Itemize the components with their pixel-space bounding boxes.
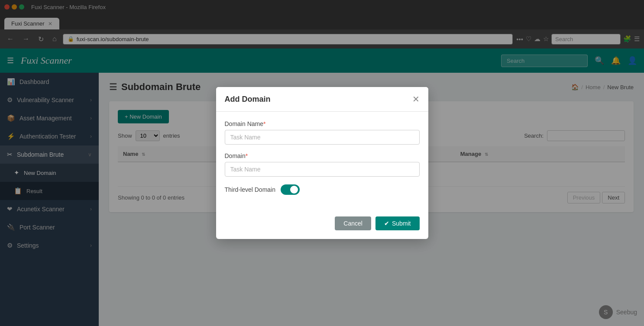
domain-name-group: Domain Name* xyxy=(225,120,420,145)
domain-name-label: Domain Name* xyxy=(225,120,420,127)
modal-footer: Cancel ✔ Submit xyxy=(216,211,428,239)
modal-close-button[interactable]: ✕ xyxy=(412,94,420,104)
domain-input[interactable] xyxy=(225,162,420,177)
third-level-group: Third-level Domain xyxy=(225,184,420,195)
submit-button[interactable]: ✔ Submit xyxy=(375,216,420,230)
third-level-toggle[interactable] xyxy=(281,184,300,195)
third-level-label: Third-level Domain xyxy=(225,186,275,193)
toggle-slider xyxy=(281,184,300,195)
add-domain-modal: Add Domain ✕ Domain Name* Domain* Third-… xyxy=(216,87,428,239)
toggle-group: Third-level Domain xyxy=(225,184,420,195)
domain-label: Domain* xyxy=(225,152,420,159)
domain-group: Domain* xyxy=(225,152,420,177)
modal-title: Add Domain xyxy=(225,95,271,104)
modal-body: Domain Name* Domain* Third-level Domain xyxy=(216,112,428,211)
domain-name-input[interactable] xyxy=(225,130,420,145)
submit-check-icon: ✔ xyxy=(384,220,389,227)
cancel-button[interactable]: Cancel xyxy=(335,216,371,230)
modal-header: Add Domain ✕ xyxy=(216,87,428,112)
modal-overlay[interactable]: Add Domain ✕ Domain Name* Domain* Third-… xyxy=(0,0,644,326)
